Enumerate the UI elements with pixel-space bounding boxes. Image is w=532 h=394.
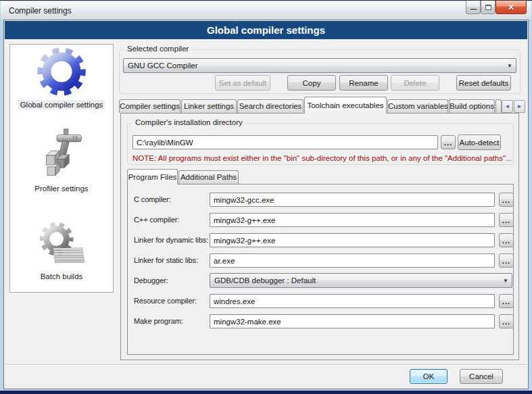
resource-compiler-label: Resource compiler:: [134, 297, 210, 305]
ok-button[interactable]: OK: [410, 369, 448, 384]
arrow-left-icon: ◄: [505, 103, 510, 109]
tab-scroll-right-button[interactable]: ►: [514, 100, 525, 113]
sidebar: Global compiler settings: [9, 44, 114, 293]
set-as-default-button[interactable]: Set as default: [215, 75, 270, 91]
sidebar-item-profiler-settings[interactable]: Profiler settings: [10, 127, 113, 196]
linker-static-label: Linker for static libs:: [134, 256, 210, 264]
copy-button[interactable]: Copy: [287, 75, 336, 91]
chevron-down-icon: ▼: [504, 63, 516, 69]
compiler-settings-window: Compiler settings ✕ Global compiler sett…: [0, 0, 532, 394]
close-icon: ✕: [508, 1, 514, 14]
program-files-panel: [127, 184, 514, 355]
compiler-select[interactable]: GNU GCC Compiler ▼: [123, 58, 516, 73]
installation-directory-group-label: Compiler's installation directory: [132, 118, 245, 126]
window-bottom-edge: [0, 391, 532, 394]
debugger-label: Debugger:: [134, 276, 210, 285]
reset-defaults-button[interactable]: Reset defaults: [456, 75, 511, 91]
titlebar[interactable]: Compiler settings: [1, 1, 531, 20]
cancel-button[interactable]: Cancel: [460, 369, 503, 384]
sidebar-item-label: Global compiler settings: [18, 100, 105, 109]
sidebar-item-label: Batch builds: [39, 272, 85, 281]
page-title: Global compiler settings: [5, 21, 527, 39]
sidebar-item-batch-builds[interactable]: Batch builds: [10, 219, 113, 282]
sidebar-item-global-compiler-settings[interactable]: Global compiler settings: [10, 46, 113, 111]
subtab-program-files[interactable]: Program Files: [127, 169, 178, 184]
maximize-button[interactable]: [481, 1, 495, 14]
chevron-down-icon: ▼: [500, 278, 512, 284]
debugger-select[interactable]: GDB/CDB debugger : Default ▼: [210, 273, 512, 288]
c-compiler-label: C compiler:: [134, 195, 210, 203]
linker-dynamic-browse-button[interactable]: ...: [499, 233, 514, 247]
tab-custom-variables[interactable]: Custom variables: [387, 99, 448, 113]
tab-search-directories[interactable]: Search directories: [237, 99, 304, 113]
note-text: NOTE: All programs must exist either in …: [132, 154, 511, 162]
close-button[interactable]: ✕: [495, 1, 527, 14]
arrow-right-icon: ►: [517, 103, 523, 109]
make-program-label: Make program:: [134, 317, 210, 325]
c-compiler-browse-button[interactable]: ...: [499, 193, 514, 207]
resource-compiler-input[interactable]: [210, 294, 495, 308]
resource-compiler-browse-button[interactable]: ...: [499, 294, 514, 308]
installation-directory-input[interactable]: [132, 135, 438, 149]
auto-detect-button[interactable]: Auto-detect: [458, 134, 501, 150]
tab-scroll-left-button[interactable]: ◄: [502, 100, 513, 113]
debugger-select-value: GDB/CDB debugger : Default: [214, 276, 500, 285]
sidebar-item-label: Profiler settings: [32, 184, 90, 193]
tab-build-options[interactable]: Build options: [449, 99, 495, 113]
rename-button[interactable]: Rename: [339, 75, 388, 91]
tab-toolchain-executables[interactable]: Toolchain executables: [304, 97, 387, 114]
make-program-browse-button[interactable]: ...: [499, 314, 514, 328]
linker-static-input[interactable]: [210, 253, 495, 268]
tab-compiler-settings[interactable]: Compiler settings: [119, 99, 180, 113]
cpp-compiler-browse-button[interactable]: ...: [499, 213, 514, 227]
delete-button[interactable]: Delete: [391, 75, 439, 91]
minimize-button[interactable]: [466, 1, 481, 14]
linker-dynamic-label: Linker for dynamic libs:: [134, 236, 210, 244]
subtab-additional-paths[interactable]: Additional Paths: [178, 170, 239, 184]
cpp-compiler-label: C++ compiler:: [134, 216, 210, 224]
maximize-icon: [485, 5, 491, 10]
compiler-select-value: GNU GCC Compiler: [128, 61, 504, 70]
linker-dynamic-input[interactable]: [210, 233, 495, 247]
browse-directory-button[interactable]: ...: [441, 135, 456, 149]
tab-overflow-sliver: [495, 99, 502, 113]
tab-linker-settings[interactable]: Linker settings: [181, 99, 237, 113]
blue-gear-icon: [35, 46, 88, 97]
gray-gear-stack-icon: [34, 219, 89, 269]
c-compiler-input[interactable]: [210, 193, 495, 207]
footer-separator: [5, 364, 527, 366]
window-title: Compiler settings: [9, 6, 72, 16]
selected-compiler-group-label: Selected compiler: [124, 45, 191, 53]
profiler-caliper-icon: [38, 127, 85, 181]
minimize-icon: [470, 9, 477, 11]
linker-static-browse-button[interactable]: ...: [499, 253, 514, 268]
make-program-input[interactable]: [210, 314, 495, 328]
cpp-compiler-input[interactable]: [210, 213, 495, 227]
